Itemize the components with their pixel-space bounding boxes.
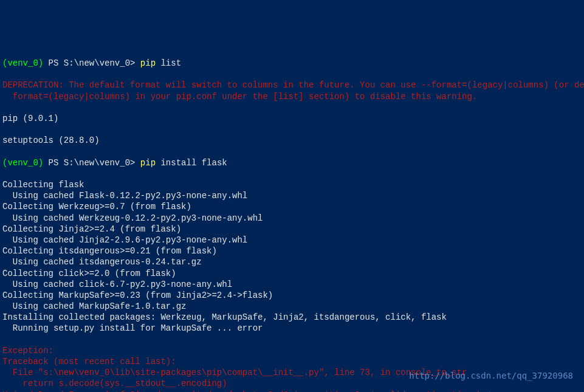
prompt-line-1[interactable]: (venv_0) PS S:\new\venv_0> pip list bbox=[2, 58, 582, 69]
install-line: Running setup.py install for MarkupSafe … bbox=[2, 323, 582, 334]
command-binary: pip bbox=[140, 58, 161, 68]
venv-indicator: (venv_0) bbox=[2, 158, 43, 168]
pip-list-row: setuptools (28.8.0) bbox=[2, 135, 582, 146]
install-line: Installing collected packages: Werkzeug,… bbox=[2, 312, 582, 323]
terminal-output: (venv_0) PS S:\new\venv_0> pip list DEPR… bbox=[2, 47, 582, 392]
install-line: Using cached Jinja2-2.9.6-py2.py3-none-a… bbox=[2, 235, 582, 246]
install-line: Collecting Jinja2>=2.4 (from flask) bbox=[2, 224, 582, 235]
venv-indicator: (venv_0) bbox=[2, 58, 43, 68]
path-indicator: PS S:\new\venv_0> bbox=[43, 158, 140, 168]
install-line: Collecting click>=2.0 (from flask) bbox=[2, 268, 582, 279]
command-args: list bbox=[160, 58, 181, 68]
install-line: Using cached itsdangerous-0.24.tar.gz bbox=[2, 256, 582, 267]
watermark-text: http://blog.csdn.net/qq_37920968 bbox=[409, 370, 573, 381]
prompt-line-2[interactable]: (venv_0) PS S:\new\venv_0> pip install f… bbox=[2, 157, 582, 168]
error-line: UnicodeDecodeError: 'utf-8' codec can't … bbox=[2, 390, 582, 392]
install-line: Collecting flask bbox=[2, 179, 582, 190]
install-line: Collecting itsdangerous>=0.21 (from flas… bbox=[2, 246, 582, 256]
install-line: Using cached MarkupSafe-1.0.tar.gz bbox=[2, 301, 582, 312]
install-output-block: Collecting flask Using cached Flask-0.12… bbox=[2, 179, 582, 334]
path-indicator: PS S:\new\venv_0> bbox=[43, 58, 140, 68]
error-line: Traceback (most recent call last): bbox=[2, 356, 582, 367]
install-line: Collecting MarkupSafe>=0.23 (from Jinja2… bbox=[2, 290, 582, 301]
install-line: Using cached Flask-0.12.2-py2.py3-none-a… bbox=[2, 190, 582, 201]
install-line: Using cached click-6.7-py2.py3-none-any.… bbox=[2, 279, 582, 290]
error-line: Exception: bbox=[2, 345, 582, 356]
pip-list-row: pip (9.0.1) bbox=[2, 113, 582, 124]
command-args: install flask bbox=[160, 158, 227, 168]
install-line: Collecting Werkzeug>=0.7 (from flask) bbox=[2, 201, 582, 212]
command-binary: pip bbox=[140, 158, 161, 168]
deprecation-warning: DEPRECATION: The default format will swi… bbox=[2, 80, 582, 101]
error-output-block: Exception:Traceback (most recent call la… bbox=[2, 345, 582, 392]
install-line: Using cached Werkzeug-0.12.2-py2.py3-non… bbox=[2, 213, 582, 224]
